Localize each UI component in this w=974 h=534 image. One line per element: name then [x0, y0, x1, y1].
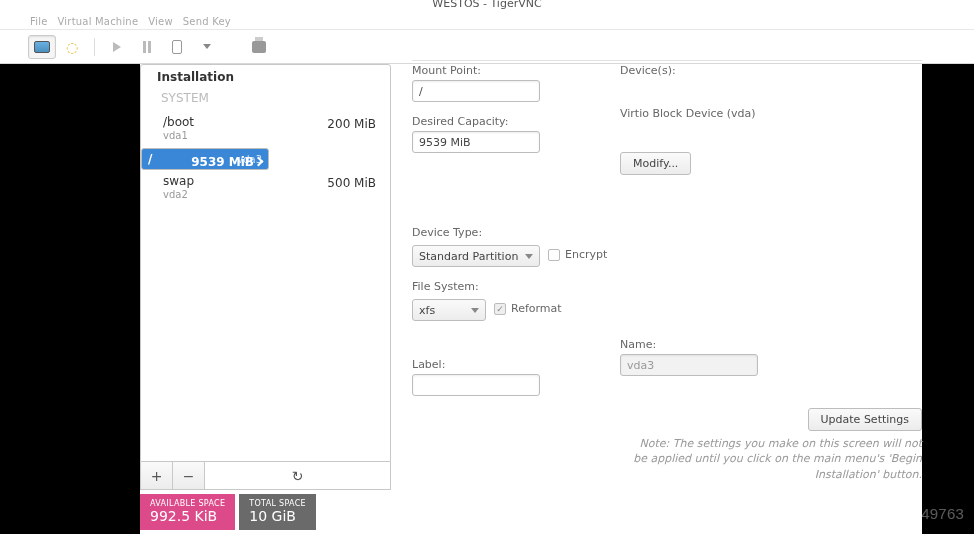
menubar: File Virtual Machine View Send Key [0, 14, 974, 30]
sidebar-tools: + − [140, 462, 391, 490]
space-footer: AVAILABLE SPACE 992.5 KiB TOTAL SPACE 10… [140, 494, 316, 530]
checkbox-icon [548, 249, 560, 261]
update-settings-button[interactable]: Update Settings [808, 408, 922, 431]
label-input[interactable] [412, 374, 540, 396]
total-space-box: TOTAL SPACE 10 GiB [239, 494, 316, 530]
total-space-value: 10 GiB [249, 508, 306, 524]
form-separator [412, 60, 922, 61]
capacity-input[interactable] [412, 131, 540, 153]
capacity-label: Desired Capacity: [412, 115, 622, 128]
partition-row-boot[interactable]: /boot vda1 200 MiB [141, 111, 390, 145]
snapshot-button[interactable] [245, 35, 273, 59]
name-input [620, 354, 758, 376]
reformat-label: Reformat [511, 302, 562, 315]
available-space-value: 992.5 KiB [150, 508, 225, 524]
shutdown-menu[interactable] [193, 35, 221, 59]
mount-point-input[interactable] [412, 80, 540, 102]
device-icon [172, 40, 182, 54]
devices-label: Device(s): [620, 64, 830, 77]
partition-row-swap[interactable]: swap vda2 500 MiB [141, 170, 390, 204]
menu-sendkey[interactable]: Send Key [183, 16, 231, 27]
size-label: 9539 MiB [191, 155, 254, 169]
watermark: https://blog.csdn.net/weixin_45649763 [701, 505, 964, 522]
form-area: Mount Point: Desired Capacity: Device Ty… [412, 64, 922, 68]
total-space-label: TOTAL SPACE [249, 499, 306, 508]
remove-partition-button[interactable]: − [173, 462, 205, 489]
reformat-checkbox: ✓ Reformat [494, 302, 562, 315]
encrypt-checkbox[interactable]: Encrypt [548, 248, 607, 261]
pause-button[interactable] [133, 35, 161, 59]
available-space-label: AVAILABLE SPACE [150, 499, 225, 508]
modify-button[interactable]: Modify... [620, 152, 691, 175]
monitor-icon [34, 41, 50, 53]
snapshot-icon [252, 41, 266, 53]
play-icon [113, 42, 121, 52]
devices-value: Virtio Block Device (vda) [620, 107, 830, 120]
add-partition-button[interactable]: + [141, 462, 173, 489]
device-label: vda2 [163, 189, 374, 200]
name-label: Name: [620, 338, 830, 351]
window-title: WESTOS - TigerVNC [0, 0, 974, 14]
size-label: 500 MiB [327, 176, 376, 190]
menu-virtualmachine[interactable]: Virtual Machine [58, 16, 139, 27]
mount-point-label: Mount Point: [412, 64, 622, 77]
pause-icon [143, 41, 151, 53]
console-button[interactable] [28, 35, 56, 59]
filesystem-value: xfs [419, 304, 435, 317]
partition-row-root[interactable]: / vda3 9539 MiB [141, 148, 269, 170]
chevron-down-icon [203, 44, 211, 49]
shutdown-button[interactable] [163, 35, 191, 59]
separator [94, 38, 95, 56]
device-type-label: Device Type: [412, 226, 622, 239]
run-button[interactable] [103, 35, 131, 59]
mountpoint-label: / [148, 152, 152, 166]
device-type-value: Standard Partition [419, 250, 518, 263]
system-heading: SYSTEM [141, 89, 390, 111]
menu-view[interactable]: View [148, 16, 173, 27]
filesystem-label: File System: [412, 280, 622, 293]
checkbox-icon: ✓ [494, 303, 506, 315]
reload-button[interactable] [205, 462, 390, 489]
info-button[interactable]: ◌ [58, 35, 86, 59]
bulb-icon: ◌ [66, 39, 78, 55]
filesystem-select[interactable]: xfs [412, 299, 486, 321]
toolbar: ◌ [0, 30, 974, 64]
chevron-down-icon [471, 308, 479, 313]
label-label: Label: [412, 358, 622, 371]
installer-panel: Installation SYSTEM /boot vda1 200 MiB /… [140, 64, 922, 534]
app-area: Installation SYSTEM /boot vda1 200 MiB /… [0, 64, 974, 534]
menu-file[interactable]: File [30, 16, 48, 27]
note-text: Note: The settings you make on this scre… [632, 436, 922, 482]
installation-heading: Installation [141, 65, 390, 89]
encrypt-label: Encrypt [565, 248, 607, 261]
partition-sidebar: Installation SYSTEM /boot vda1 200 MiB /… [140, 64, 391, 462]
size-label: 200 MiB [327, 117, 376, 131]
device-label: vda1 [163, 130, 374, 141]
device-type-select[interactable]: Standard Partition [412, 245, 540, 267]
chevron-down-icon [525, 254, 533, 259]
available-space-box: AVAILABLE SPACE 992.5 KiB [140, 494, 235, 530]
